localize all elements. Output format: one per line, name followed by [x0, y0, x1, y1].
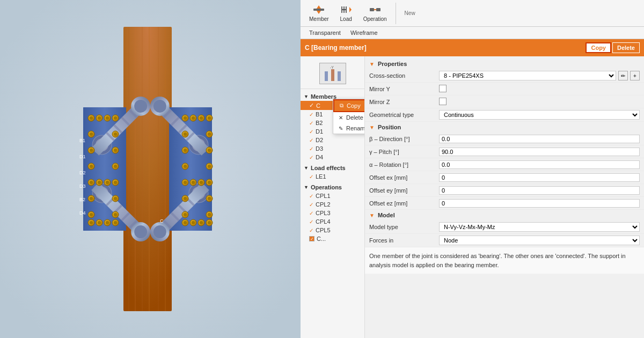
check-d2: ✓: [309, 137, 313, 143]
forces-in-label: Forces in: [369, 237, 439, 244]
context-menu-copy[interactable]: ⧉ Copy: [333, 99, 365, 112]
svg-point-133: [200, 221, 203, 224]
svg-point-111: [208, 165, 211, 168]
tree-item-cpl3[interactable]: ✓ CPL3: [301, 209, 364, 217]
offset-ex-row: Offset ex [mm]: [365, 171, 644, 184]
svg-point-93: [184, 116, 187, 120]
check-cpl3: ✓: [309, 210, 313, 216]
svg-rect-1: [123, 27, 172, 311]
svg-point-135: [208, 221, 211, 224]
check-d4: ✓: [309, 155, 313, 160]
gamma-row: γ – Pitch [°]: [365, 145, 644, 158]
title-copy-button[interactable]: Copy: [586, 42, 611, 53]
svg-point-85: [90, 221, 93, 224]
svg-marker-150: [349, 7, 352, 12]
title-bar: C [Bearing member] Copy Delete: [301, 39, 644, 56]
tree-item-d2[interactable]: ✓ D2: [301, 136, 364, 144]
check-le1: ✓: [309, 174, 313, 180]
title-delete-button[interactable]: Delete: [612, 42, 640, 53]
offset-ey-input[interactable]: [439, 186, 640, 195]
check-cpl2: ✓: [309, 202, 313, 208]
svg-point-73: [106, 181, 109, 184]
toolbar: Member Load Oper: [301, 0, 644, 27]
right-panel: Member Load Oper: [301, 0, 644, 338]
svg-point-103: [208, 133, 211, 136]
svg-point-101: [184, 133, 187, 136]
svg-text:D1: D1: [79, 154, 86, 159]
rename-icon: ✎: [339, 126, 343, 131]
svg-point-77: [90, 197, 93, 200]
3d-viewport: B1 B2 D1 D2 D3 D4 C: [0, 0, 301, 338]
tree-item-cpl2[interactable]: ✓ CPL2: [301, 200, 364, 209]
alpha-input[interactable]: [439, 160, 640, 169]
svg-point-107: [208, 149, 211, 152]
load-effects-header[interactable]: ▼ Load effects: [301, 164, 364, 172]
forces-in-select[interactable]: Node: [439, 236, 640, 245]
operations-arrow: ▼: [304, 185, 309, 190]
mirror-z-checkbox[interactable]: [439, 98, 447, 105]
svg-point-59: [114, 133, 117, 136]
model-icon-box: -Y: [319, 63, 346, 84]
svg-point-91: [114, 221, 117, 224]
tree-item-cpl6[interactable]: ✓ C...: [301, 234, 364, 243]
svg-point-127: [208, 213, 211, 216]
tree-item-le1[interactable]: ✓ LE1: [301, 172, 364, 181]
content-area: -Y ▼ Members ✓ C: [301, 56, 644, 338]
svg-point-83: [114, 213, 117, 216]
model-type-select[interactable]: N-Vy-Vz-Mx-My-Mz: [439, 222, 640, 232]
mirror-z-label: Mirror Z: [369, 99, 439, 105]
forces-in-row: Forces in Node: [365, 234, 644, 247]
check-c: ✓: [309, 102, 314, 109]
tree-item-cpl4[interactable]: ✓ CPL4: [301, 217, 364, 226]
mirror-y-label: Mirror Y: [369, 86, 439, 92]
alpha-label: α – Rotation [°]: [369, 161, 439, 168]
cross-section-add-button[interactable]: +: [630, 71, 640, 80]
tree-item-cpl1[interactable]: ✓ CPL1: [301, 192, 364, 200]
mirror-y-value: [439, 85, 640, 93]
tree-item-cpl5[interactable]: ✓ CPL5: [301, 226, 364, 234]
svg-text:D3: D3: [79, 183, 86, 189]
model-type-row: Model type N-Vy-Vz-Mx-My-Mz: [365, 221, 644, 234]
mirror-z-row: Mirror Z: [365, 95, 644, 108]
transparent-button[interactable]: Transparent: [305, 28, 345, 37]
beta-row: β – Direction [°]: [365, 133, 644, 145]
cross-section-select[interactable]: 8 - PIPE254XS: [439, 71, 616, 80]
svg-text:D2: D2: [79, 170, 86, 175]
svg-point-61: [90, 149, 93, 152]
offset-ez-row: Offset ez [mm]: [365, 197, 644, 210]
svg-point-95: [192, 116, 195, 120]
member-button[interactable]: Member: [305, 2, 333, 24]
beta-input[interactable]: [439, 135, 640, 143]
geometrical-type-select[interactable]: Continuous: [439, 110, 640, 120]
svg-point-75: [114, 181, 117, 184]
cross-section-edit-button[interactable]: ✏: [618, 71, 628, 80]
position-section-header: ▼ Position: [365, 122, 644, 133]
properties-arrow: ▼: [369, 61, 375, 67]
load-icon: [340, 4, 353, 15]
context-menu: ⧉ Copy ✕ Delete ✎ Rename: [333, 99, 365, 134]
gamma-label: γ – Pitch [°]: [369, 149, 439, 155]
tree-item-d4[interactable]: ✓ D4: [301, 153, 364, 161]
load-button[interactable]: Load: [335, 2, 357, 24]
svg-point-63: [114, 149, 117, 152]
mirror-y-checkbox[interactable]: [439, 85, 447, 92]
operations-header[interactable]: ▼ Operations: [301, 183, 364, 192]
geometrical-type-row: Geometrical type Continuous: [365, 108, 644, 122]
context-menu-rename[interactable]: ✎ Rename: [333, 123, 365, 134]
member-icon: [312, 4, 325, 15]
svg-point-131: [192, 221, 195, 224]
gamma-input[interactable]: [439, 148, 640, 156]
svg-point-69: [90, 181, 93, 184]
svg-point-119: [208, 181, 211, 184]
cross-section-label: Cross-section: [369, 72, 439, 79]
svg-point-67: [114, 165, 117, 168]
load-effects-arrow: ▼: [304, 165, 309, 171]
tree-item-d3[interactable]: ✓ D3: [301, 144, 364, 153]
svg-text:B2: B2: [79, 197, 85, 202]
offset-ex-input[interactable]: [439, 173, 640, 182]
offset-ez-input[interactable]: [439, 199, 640, 208]
operation-button[interactable]: Operation: [359, 2, 391, 24]
wireframe-button[interactable]: Wireframe: [346, 28, 382, 37]
context-menu-delete[interactable]: ✕ Delete: [333, 112, 365, 123]
description-text: One member of the joint is considered as…: [365, 247, 644, 274]
